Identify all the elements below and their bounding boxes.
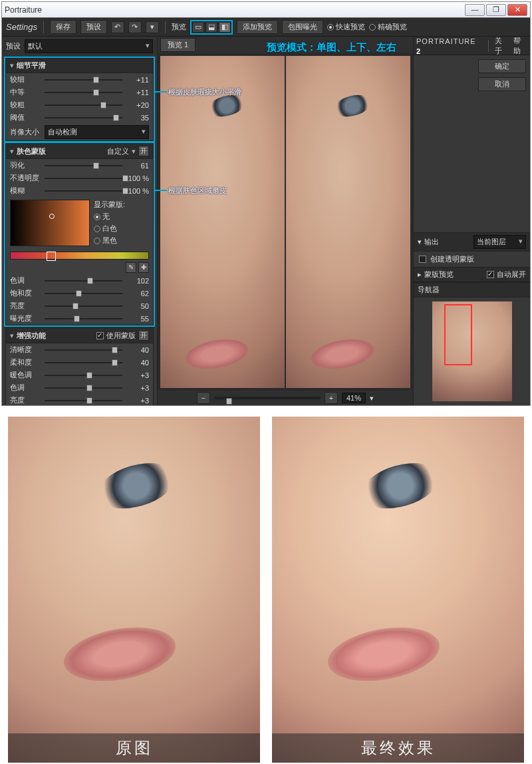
use-mask-checkbox[interactable]: [96, 332, 104, 339]
enhance-slider-1[interactable]: [45, 358, 122, 367]
slider-label: 色调: [10, 276, 41, 286]
skin-slider-1[interactable]: [45, 174, 122, 183]
collapse-icon[interactable]: ▾: [418, 238, 422, 246]
slider-value: 100 %: [126, 187, 149, 195]
ok-button[interactable]: 确定: [478, 59, 526, 73]
redo-button[interactable]: ↷: [128, 21, 142, 33]
accurate-preview-radio[interactable]: 精确预览: [369, 22, 407, 32]
preview-area: 预览 1 预览模式：单图、上下、左右 根据皮肤瑕疵大小平滑 根据肤色区域磨皮 −…: [158, 37, 413, 405]
zoom-slider[interactable]: [214, 397, 321, 399]
collapse-icon[interactable]: ▾: [10, 331, 14, 340]
color-picker[interactable]: [10, 200, 90, 246]
slider-value: 35: [126, 114, 149, 122]
slider-value: 55: [126, 315, 149, 323]
skin-slider-3[interactable]: [45, 314, 122, 323]
detail-slider-3[interactable]: [45, 113, 122, 122]
detail-slider-1[interactable]: [45, 88, 122, 97]
slider-label: 饱和度: [10, 288, 41, 298]
slider-label: 不透明度: [10, 173, 41, 183]
expand-icon[interactable]: ▸: [418, 270, 422, 279]
create-mask-checkbox[interactable]: [419, 256, 426, 263]
original-image: [8, 417, 260, 763]
left-sidebar: 预设 默认 ▾细节平滑 较细+11中等+11较粗+20阈值35 肖像大小 自动检…: [2, 37, 158, 405]
enhance-slider-3[interactable]: [45, 383, 122, 393]
panel-title: 细节平滑: [17, 61, 149, 71]
slider-value: 100 %: [126, 174, 149, 182]
skin-slider-0[interactable]: [45, 276, 122, 286]
slider-value: 50: [126, 302, 149, 310]
slider-label: 模糊: [10, 186, 41, 196]
about-link[interactable]: 关于: [495, 36, 509, 56]
enhance-slider-4[interactable]: [45, 396, 122, 405]
navigator-thumbnail[interactable]: [432, 301, 512, 401]
result-label: 最终效果: [272, 733, 524, 763]
preview-tab-1[interactable]: 预览 1: [160, 38, 196, 52]
skin-slider-0[interactable]: [45, 161, 122, 170]
slider-value: +20: [126, 101, 149, 109]
auto-expand-checkbox[interactable]: [487, 271, 494, 278]
preview-leftright-icon[interactable]: ◧: [219, 22, 231, 33]
mask-white-radio[interactable]: 白色: [94, 224, 149, 234]
detail-slider-0[interactable]: [45, 75, 122, 85]
preview-label: 预览: [172, 22, 186, 32]
collapse-icon[interactable]: ▾: [10, 61, 14, 70]
main-toolbar: Settings 保存 预设 ↶ ↷ ▾ 预览 ▭ ⬓ ◧ 添加预览 包围曝光 …: [2, 18, 530, 37]
quick-preview-radio[interactable]: 快速预览: [327, 22, 365, 32]
skin-slider-1[interactable]: [45, 289, 122, 298]
slider-value: 102: [126, 277, 149, 285]
detail-slider-2[interactable]: [45, 100, 122, 110]
minimize-button[interactable]: —: [465, 4, 485, 16]
output-label: 输出: [424, 237, 471, 247]
annotation-smoothing: 根据皮肤瑕疵大小平滑: [168, 85, 241, 97]
zoom-value[interactable]: 41%: [342, 393, 366, 403]
bracketing-button[interactable]: 包围曝光: [282, 20, 323, 34]
hue-bar[interactable]: [10, 252, 149, 260]
eyedropper-add-icon[interactable]: ✚: [138, 262, 149, 273]
zoom-out-button[interactable]: −: [197, 392, 210, 404]
preview-split[interactable]: 预览模式：单图、上下、左右 根据皮肤瑕疵大小平滑 根据肤色区域磨皮: [160, 56, 410, 388]
skin-mode[interactable]: 自定义: [107, 146, 129, 156]
expand-button[interactable]: 开: [138, 146, 149, 156]
cancel-button[interactable]: 取消: [478, 77, 526, 91]
zoom-bar: − + 41%▾: [158, 391, 413, 405]
eyedropper-icon[interactable]: ✎: [126, 262, 136, 273]
enhance-slider-0[interactable]: [45, 345, 122, 355]
navigator-viewport[interactable]: [444, 304, 472, 365]
expand-button[interactable]: 开: [138, 330, 149, 341]
preview-topbottom-icon[interactable]: ⬓: [205, 22, 217, 33]
mask-black-radio[interactable]: 黑色: [94, 236, 149, 246]
titlebar: Portraiture — ❐ ✕: [2, 2, 530, 18]
undo-button[interactable]: ↶: [111, 21, 124, 33]
portrait-size-label: 肖像大小: [10, 127, 41, 137]
annotation-skin-area: 根据肤色区域磨皮: [168, 184, 227, 196]
result-image-box: 最终效果: [272, 417, 524, 763]
help-link[interactable]: 帮助: [513, 36, 527, 56]
slider-value: +11: [126, 89, 149, 96]
mask-none-radio[interactable]: 无: [94, 212, 149, 222]
skin-slider-2[interactable]: [45, 301, 122, 311]
dropdown-icon[interactable]: ▾: [146, 21, 159, 33]
slider-label: 中等: [10, 87, 41, 97]
detail-smoothing-panel: ▾细节平滑 较细+11中等+11较粗+20阈值35 肖像大小 自动检测: [5, 58, 154, 141]
preview-single-icon[interactable]: ▭: [192, 22, 204, 33]
zoom-in-button[interactable]: +: [325, 392, 338, 404]
add-preview-button[interactable]: 添加预览: [237, 20, 278, 34]
portrait-size-select[interactable]: 自动检测: [45, 125, 149, 139]
comparison-row: 原图 最终效果: [0, 407, 532, 764]
maximize-button[interactable]: ❐: [486, 4, 506, 16]
slider-value: +3: [126, 384, 149, 392]
preset-select[interactable]: 默认: [25, 39, 153, 53]
slider-label: 亮度: [10, 301, 41, 311]
app-window: Portraiture — ❐ ✕ Settings 保存 预设 ↶ ↷ ▾ 预…: [1, 1, 531, 406]
output-select[interactable]: 当前图层: [473, 235, 527, 249]
slider-label: 羽化: [10, 160, 41, 170]
enhance-slider-2[interactable]: [45, 371, 122, 380]
collapse-icon[interactable]: ▾: [10, 147, 14, 156]
preset-button[interactable]: 预设: [80, 20, 107, 34]
skin-slider-2[interactable]: [45, 186, 122, 196]
enhance-panel: ▾增强功能 使用蒙版 开 清晰度40柔和度40暖色调+3色调+3亮度+3对比度+…: [5, 327, 154, 405]
slider-label: 亮度: [10, 395, 41, 405]
close-button[interactable]: ✕: [507, 4, 527, 16]
save-button[interactable]: 保存: [50, 20, 76, 34]
preset-label: 预设: [6, 41, 21, 51]
